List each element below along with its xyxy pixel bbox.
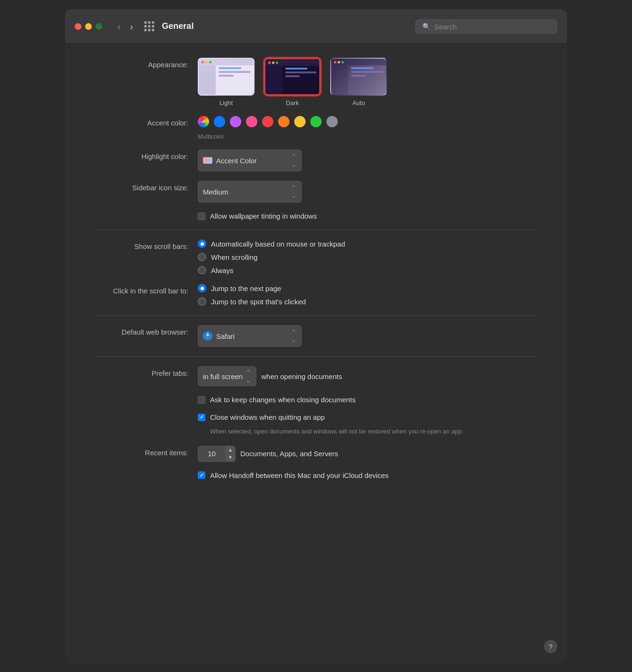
search-input[interactable] — [434, 22, 550, 30]
keep-changes-control: Ask to keep changes when closing documen… — [198, 396, 538, 404]
sidebar-icon-size-label: Sidebar icon size: — [94, 181, 198, 192]
stepper-up-button[interactable]: ▲ — [226, 446, 235, 454]
accent-orange[interactable] — [278, 116, 290, 127]
sidebar-icon-size-value: Medium — [203, 188, 228, 196]
show-scroll-bars-control: Automatically based on mouse or trackpad… — [198, 239, 538, 274]
accent-color-control: Multicolor — [198, 116, 538, 140]
click-next-page-row: Jump to the next page — [198, 284, 538, 292]
sidebar-icon-size-select[interactable]: Medium ⌃⌄ — [198, 181, 302, 203]
divider-1 — [94, 230, 538, 230]
click-spot-row: Jump to the spot that’s clicked — [198, 297, 538, 306]
wallpaper-tinting-row: Allow wallpaper tinting in windows — [94, 212, 538, 220]
accent-blue[interactable] — [214, 116, 225, 127]
search-icon: 🔍 — [422, 23, 430, 30]
prefer-tabs-label: Prefer tabs: — [94, 366, 198, 377]
help-icon: ? — [549, 643, 553, 651]
scroll-bars-auto-radio[interactable] — [198, 239, 206, 248]
appearance-control: Light — [198, 58, 538, 106]
default-browser-value: Safari — [216, 332, 235, 340]
recent-items-stepper[interactable]: 10 ▲ ▼ — [198, 446, 236, 462]
traffic-lights — [75, 23, 102, 30]
appearance-dark-label: Dark — [286, 99, 298, 106]
click-spot-radio[interactable] — [198, 297, 206, 306]
handoff-row: Allow Handoff between this Mac and your … — [94, 471, 538, 479]
accent-graphite[interactable] — [326, 116, 338, 127]
show-scroll-bars-label: Show scroll bars: — [94, 239, 198, 250]
appearance-option-auto[interactable]: Auto — [330, 58, 387, 106]
accent-red[interactable] — [262, 116, 273, 127]
accent-yellow[interactable] — [294, 116, 306, 127]
scroll-bars-always-radio[interactable] — [198, 266, 206, 274]
close-windows-checkbox[interactable] — [198, 414, 205, 421]
show-scroll-bars-row: Show scroll bars: Automatically based on… — [94, 239, 538, 274]
recent-items-inline: 10 ▲ ▼ Documents, Apps, and Servers — [198, 446, 538, 462]
appearance-row: Appearance: — [94, 58, 538, 106]
settings-content: Appearance: — [65, 44, 567, 517]
forward-button[interactable]: › — [126, 20, 137, 33]
scroll-bars-auto-label: Automatically based on mouse or trackpad — [211, 240, 345, 248]
scroll-bars-auto-row: Automatically based on mouse or trackpad — [198, 239, 538, 248]
prefer-tabs-select[interactable]: in full screen ⌃⌄ — [198, 366, 256, 386]
recent-items-suffix: Documents, Apps, and Servers — [240, 450, 338, 458]
prefer-tabs-row: Prefer tabs: in full screen ⌃⌄ when open… — [94, 366, 538, 386]
click-scroll-bar-label: Click in the scroll bar to: — [94, 284, 198, 295]
highlight-color-select[interactable]: Accent Color ⌃⌄ — [198, 150, 302, 171]
appearance-label: Appearance: — [94, 58, 198, 69]
appearance-auto-label: Auto — [352, 99, 365, 106]
search-bar[interactable]: 🔍 — [415, 19, 557, 34]
wallpaper-tinting-label — [94, 212, 198, 215]
accent-green[interactable] — [310, 116, 322, 127]
nav-buttons: ‹ › — [114, 20, 137, 33]
click-next-page-label: Jump to the next page — [211, 284, 281, 292]
accent-multicolor[interactable] — [198, 116, 209, 127]
window-title: General — [162, 21, 193, 31]
handoff-checkbox-row: Allow Handoff between this Mac and your … — [198, 471, 538, 479]
highlight-color-preview — [203, 157, 212, 164]
wallpaper-tinting-checkbox[interactable] — [198, 212, 205, 220]
appearance-option-dark[interactable]: Dark — [264, 58, 321, 106]
maximize-button[interactable] — [96, 23, 102, 30]
scroll-bars-always-row: Always — [198, 266, 538, 274]
handoff-checkbox[interactable] — [198, 471, 205, 479]
default-browser-row: Default web browser: — [94, 325, 538, 347]
default-browser-select[interactable]: Safari ⌃⌄ — [198, 325, 302, 347]
handoff-text: Allow Handoff between this Mac and your … — [210, 471, 388, 479]
click-next-page-radio[interactable] — [198, 284, 206, 292]
sidebar-icon-size-row: Sidebar icon size: Medium ⌃⌄ — [94, 181, 538, 203]
divider-3 — [94, 356, 538, 357]
appearance-option-light[interactable]: Light — [198, 58, 255, 106]
scroll-bars-always-label: Always — [211, 266, 234, 274]
minimize-button[interactable] — [85, 23, 92, 30]
chevron-updown-icon: ⌃⌄ — [291, 153, 297, 168]
default-browser-control: Safari ⌃⌄ — [198, 325, 538, 347]
recent-items-value: 10 — [198, 447, 225, 460]
accent-pink[interactable] — [246, 116, 257, 127]
click-spot-label: Jump to the spot that’s clicked — [211, 298, 306, 306]
stepper-down-button[interactable]: ▼ — [226, 454, 235, 461]
close-windows-empty-label — [94, 413, 198, 416]
accent-color-row: Accent color: Multicolor — [94, 116, 538, 140]
titlebar: ‹ › General 🔍 — [65, 9, 567, 44]
scroll-bars-scrolling-row: When scrolling — [198, 253, 538, 261]
back-button[interactable]: ‹ — [114, 20, 124, 33]
keep-changes-checkbox[interactable] — [198, 396, 205, 404]
help-button[interactable]: ? — [544, 640, 557, 653]
close-windows-row: Close windows when quitting an app When … — [94, 413, 538, 436]
keep-changes-row: Ask to keep changes when closing documen… — [94, 396, 538, 404]
prefer-tabs-control: in full screen ⌃⌄ when opening documents — [198, 366, 538, 386]
highlight-color-control: Accent Color ⌃⌄ — [198, 150, 538, 171]
prefer-tabs-value: in full screen — [203, 372, 243, 380]
accent-purple[interactable] — [230, 116, 241, 127]
close-windows-subtext: When selected, open documents and window… — [210, 427, 475, 436]
close-button[interactable] — [75, 23, 81, 30]
prefer-tabs-suffix: when opening documents — [261, 372, 342, 380]
chevron-updown-icon-2: ⌃⌄ — [291, 184, 297, 199]
scroll-bars-radio-group: Automatically based on mouse or trackpad… — [198, 239, 538, 274]
app-grid-icon[interactable] — [144, 21, 154, 31]
appearance-thumb-dark — [264, 58, 321, 96]
chevron-updown-icon-3: ⌃⌄ — [291, 328, 297, 344]
accent-color-options — [198, 116, 538, 127]
scroll-bars-scrolling-radio[interactable] — [198, 253, 206, 261]
wallpaper-tinting-text: Allow wallpaper tinting in windows — [210, 212, 317, 220]
appearance-thumb-light — [198, 58, 255, 96]
